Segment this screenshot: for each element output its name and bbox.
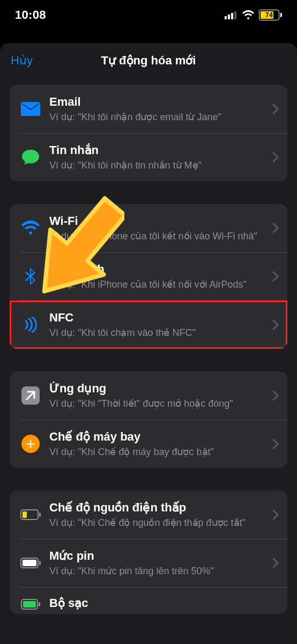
row-title: Tin nhắn	[49, 143, 267, 157]
email-icon	[19, 102, 42, 116]
nfc-icon	[19, 317, 42, 333]
row-subtitle: Ví dụ: "Khi iPhone của tôi kết nối với A…	[49, 279, 267, 291]
battery-indicator: 74	[259, 10, 282, 20]
chevron-right-icon	[272, 152, 279, 163]
svg-rect-13	[39, 602, 40, 606]
wifi-trigger-icon	[19, 221, 42, 236]
chevron-right-icon	[272, 271, 279, 282]
app-open-icon	[19, 386, 42, 405]
row-title: Bộ sạc	[49, 596, 273, 610]
svg-rect-10	[39, 561, 41, 565]
trigger-list[interactable]: Email Ví dụ: "Khi tôi nhận được email từ…	[0, 78, 297, 614]
row-title: NFC	[49, 311, 267, 325]
chevron-right-icon	[272, 319, 279, 330]
trigger-row-message[interactable]: Tin nhắn Ví dụ: "Khi tôi nhận tin nhắn t…	[10, 133, 287, 181]
svg-rect-9	[23, 560, 36, 566]
trigger-row-charger[interactable]: Bộ sạc	[10, 587, 287, 614]
trigger-group-communication: Email Ví dụ: "Khi tôi nhận được email từ…	[10, 85, 287, 181]
svg-rect-1	[228, 14, 230, 19]
chevron-right-icon	[272, 223, 279, 233]
svg-rect-12	[23, 601, 36, 608]
airplane-icon	[19, 435, 42, 453]
svg-rect-0	[225, 16, 227, 19]
svg-rect-2	[231, 13, 233, 19]
trigger-row-nfc[interactable]: NFC Ví dụ: "Khi tôi chạm vào thẻ NFC"	[10, 301, 287, 349]
modal-header: Hủy Tự động hóa mới	[0, 43, 297, 78]
chevron-right-icon	[272, 509, 279, 520]
battery-level-icon	[19, 558, 42, 568]
trigger-group-connectivity: Wi-Fi Ví dụ: "Khi iPhone của tôi kết nối…	[10, 204, 287, 349]
trigger-row-bluetooth[interactable]: Bluetooth Ví dụ: "Khi iPhone của tôi kết…	[10, 252, 287, 301]
modal-title: Tự động hóa mới	[101, 54, 196, 68]
message-icon	[19, 149, 42, 166]
row-subtitle: Ví dụ: "Khi tôi nhận được email từ Jane"	[49, 111, 267, 123]
trigger-row-airplane[interactable]: Chế độ máy bay Ví dụ: "Khi Chế độ máy ba…	[10, 420, 287, 468]
row-title: Chế độ máy bay	[49, 430, 267, 444]
row-subtitle: Ví dụ: "Khi tôi nhận tin nhắn từ Mẹ"	[49, 159, 267, 172]
svg-rect-6	[23, 511, 27, 518]
chevron-right-icon	[272, 104, 279, 114]
trigger-row-battery-level[interactable]: Mức pin Ví dụ: "Khi mức pin tăng lên trê…	[10, 539, 287, 587]
row-subtitle: Ví dụ: "Khi tôi chạm vào thẻ NFC"	[49, 327, 267, 339]
charger-icon	[19, 599, 42, 610]
chevron-right-icon	[272, 438, 279, 449]
low-power-icon	[19, 509, 42, 520]
row-title: Mức pin	[49, 549, 267, 563]
row-subtitle: Ví dụ: "Khi "Thời tiết" được mở hoặc đón…	[49, 398, 267, 410]
trigger-group-power: Chế độ nguồn điện thấp Ví dụ: "Khi Chế đ…	[10, 491, 287, 614]
wifi-icon	[242, 10, 255, 20]
bluetooth-icon	[19, 267, 42, 286]
row-title: Chế độ nguồn điện thấp	[49, 501, 267, 515]
new-automation-modal: Hủy Tự động hóa mới Email Ví dụ: "Khi tô…	[0, 43, 297, 644]
trigger-row-app-open[interactable]: Ứng dụng Ví dụ: "Khi "Thời tiết" được mở…	[10, 371, 287, 420]
row-title: Wi-Fi	[49, 214, 267, 228]
chevron-right-icon	[272, 558, 279, 568]
status-bar: 10:08 74	[0, 0, 297, 30]
svg-rect-3	[234, 11, 236, 19]
status-time: 10:08	[15, 8, 46, 22]
svg-rect-7	[39, 513, 41, 517]
trigger-row-email[interactable]: Email Ví dụ: "Khi tôi nhận được email từ…	[10, 85, 287, 133]
row-subtitle: Ví dụ: "Khi mức pin tăng lên trên 50%"	[49, 565, 267, 577]
cancel-button[interactable]: Hủy	[11, 54, 33, 68]
chevron-right-icon	[272, 390, 279, 401]
trigger-group-settings: Ứng dụng Ví dụ: "Khi "Thời tiết" được mở…	[10, 371, 287, 468]
cellular-icon	[225, 11, 237, 19]
row-subtitle: Ví dụ: "Khi Chế độ máy bay được bật"	[49, 446, 267, 458]
row-title: Bluetooth	[49, 262, 267, 276]
row-subtitle: Ví dụ: "Khi iPhone của tôi kết nối vào W…	[49, 230, 267, 243]
trigger-row-low-power[interactable]: Chế độ nguồn điện thấp Ví dụ: "Khi Chế đ…	[10, 491, 287, 539]
row-title: Ứng dụng	[49, 382, 267, 396]
row-title: Email	[49, 95, 267, 109]
row-subtitle: Ví dụ: "Khi Chế độ nguồn điện thấp được …	[49, 517, 267, 529]
trigger-row-wifi[interactable]: Wi-Fi Ví dụ: "Khi iPhone của tôi kết nối…	[10, 204, 287, 252]
